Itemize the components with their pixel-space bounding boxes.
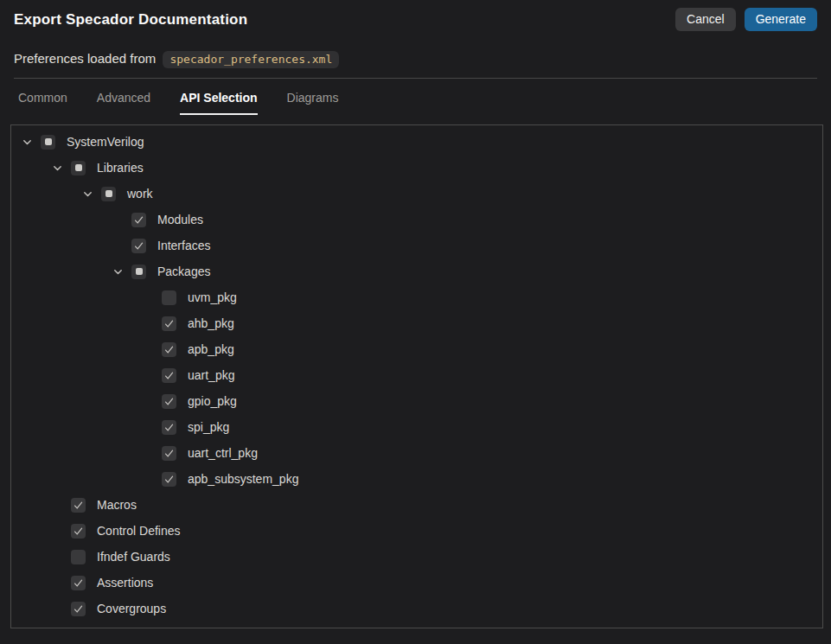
tree-row[interactable]: Packages: [11, 258, 822, 284]
tree-item-label: Libraries: [97, 161, 144, 175]
tree-row[interactable]: ahb_pkg: [11, 310, 822, 336]
checkbox-unchecked[interactable]: [71, 550, 86, 564]
tab-advanced[interactable]: Advanced: [97, 91, 150, 115]
tree-item-label: uart_pkg: [188, 368, 234, 382]
tree-row[interactable]: uart_ctrl_pkg: [11, 440, 822, 466]
checkbox-checked[interactable]: [131, 239, 146, 253]
chevron-down-icon: [112, 266, 124, 277]
divider: [14, 78, 817, 79]
tree-item-label: work: [127, 187, 153, 201]
tree-row[interactable]: Covergroups: [11, 596, 822, 622]
checkbox-checked[interactable]: [162, 472, 176, 487]
checkbox-checked[interactable]: [131, 213, 146, 227]
check-mark-icon: [163, 396, 175, 407]
checkbox-checked[interactable]: [162, 342, 176, 357]
tree-row[interactable]: Control Defines: [11, 518, 822, 544]
tree-row[interactable]: Libraries: [11, 155, 822, 181]
tree-item-label: SystemVerilog: [67, 135, 144, 149]
tree-item-label: apb_subsystem_pkg: [188, 472, 298, 486]
tree-item-label: spi_pkg: [188, 420, 229, 434]
check-mark-icon: [73, 577, 84, 589]
check-mark-icon: [73, 500, 84, 511]
tab-diagrams[interactable]: Diagrams: [287, 91, 339, 115]
chevron-down-icon: [22, 137, 33, 148]
dialog-header: Export Specador Documentation Cancel Gen…: [0, 0, 831, 31]
tree-item-label: Packages: [157, 265, 210, 278]
checkbox-checked[interactable]: [71, 524, 86, 539]
tree-row[interactable]: apb_pkg: [11, 336, 822, 362]
check-mark-icon: [163, 422, 175, 433]
tree-row[interactable]: spi_pkg: [11, 414, 822, 440]
tree-row[interactable]: SystemVerilog: [11, 129, 822, 155]
tree-row[interactable]: uart_pkg: [11, 362, 822, 388]
indeterminate-mark: [136, 268, 143, 275]
tree-item-label: Control Defines: [97, 524, 181, 538]
checkbox-mixed[interactable]: [131, 265, 146, 279]
tree-item-label: Covergroups: [97, 602, 166, 615]
tree-item-label: uart_ctrl_pkg: [188, 446, 258, 460]
preferences-line: Preferences loaded from specador_prefere…: [14, 51, 817, 68]
check-mark-icon: [133, 214, 144, 226]
expander-chevron[interactable]: [22, 137, 41, 148]
checkbox-checked[interactable]: [71, 576, 86, 590]
chevron-down-icon: [52, 163, 63, 174]
tree-item-label: gpio_pkg: [188, 394, 237, 408]
tab-common[interactable]: Common: [18, 91, 67, 115]
preferences-file-badge: specador_preferences.xml: [163, 51, 339, 68]
check-mark-icon: [73, 603, 84, 615]
tree-row[interactable]: Assertions: [11, 570, 822, 596]
tree-item-label: Modules: [157, 213, 203, 226]
check-mark-icon: [163, 370, 175, 381]
tree-item-label: ahb_pkg: [188, 316, 234, 330]
checkbox-mixed[interactable]: [41, 135, 55, 150]
tree-row[interactable]: Modules: [11, 207, 822, 233]
page-title: Export Specador Documentation: [14, 11, 247, 29]
tree-item-label: uvm_pkg: [188, 290, 237, 304]
indeterminate-mark: [45, 138, 52, 145]
tree-row[interactable]: apb_subsystem_pkg: [11, 466, 822, 492]
tree-item-label: Ifndef Guards: [97, 550, 170, 564]
checkbox-checked[interactable]: [162, 368, 176, 383]
api-tree-panel: SystemVerilogLibrariesworkModulesInterfa…: [10, 124, 823, 628]
checkbox-checked[interactable]: [162, 446, 176, 461]
tree-item-label: Interfaces: [157, 239, 210, 252]
header-actions: Cancel Generate: [675, 8, 817, 31]
tree-item-label: Assertions: [97, 576, 153, 590]
tab-api-selection[interactable]: API Selection: [180, 91, 257, 115]
chevron-down-icon: [82, 188, 93, 200]
tree-item-label: apb_pkg: [188, 342, 234, 356]
tree-row[interactable]: Interfaces: [11, 233, 822, 258]
checkbox-mixed[interactable]: [101, 187, 116, 201]
check-mark-icon: [133, 240, 144, 252]
tree-row[interactable]: Macros: [11, 492, 822, 518]
expander-chevron[interactable]: [82, 188, 101, 200]
check-mark-icon: [163, 344, 175, 355]
tree-row[interactable]: gpio_pkg: [11, 388, 822, 414]
expander-chevron[interactable]: [52, 163, 71, 174]
generate-button[interactable]: Generate: [745, 8, 817, 31]
checkbox-checked[interactable]: [162, 316, 176, 331]
tab-bar: CommonAdvancedAPI SelectionDiagrams: [14, 91, 817, 115]
checkbox-checked[interactable]: [71, 602, 86, 616]
check-mark-icon: [163, 318, 175, 329]
preferences-text: Preferences loaded from: [14, 51, 156, 66]
indeterminate-mark: [105, 190, 112, 197]
tree-row[interactable]: work: [11, 181, 822, 207]
checkbox-unchecked[interactable]: [162, 290, 176, 305]
checkbox-mixed[interactable]: [71, 161, 86, 175]
check-mark-icon: [73, 526, 84, 537]
check-mark-icon: [163, 474, 175, 485]
api-tree: SystemVerilogLibrariesworkModulesInterfa…: [11, 129, 822, 622]
tree-row[interactable]: uvm_pkg: [11, 284, 822, 310]
export-dialog: { "header": { "title": "Export Specador …: [0, 0, 831, 644]
indeterminate-mark: [75, 164, 82, 171]
check-mark-icon: [163, 448, 175, 459]
expander-chevron[interactable]: [112, 266, 131, 277]
checkbox-checked[interactable]: [162, 394, 176, 409]
cancel-button[interactable]: Cancel: [675, 8, 736, 31]
tree-item-label: Macros: [97, 498, 137, 512]
checkbox-checked[interactable]: [162, 420, 176, 435]
tree-row[interactable]: Ifndef Guards: [11, 544, 822, 570]
checkbox-checked[interactable]: [71, 498, 86, 513]
